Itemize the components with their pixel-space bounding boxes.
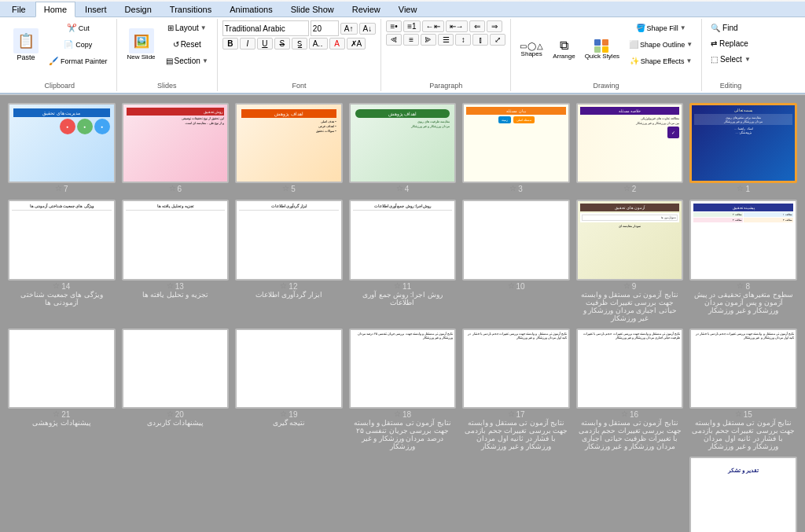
find-button[interactable]: 🔍 Find — [707, 20, 741, 35]
slide-star-19[interactable]: ☆ — [280, 409, 287, 418]
slide-item-10[interactable]: ☆ 10 — [462, 200, 570, 321]
tab-home[interactable]: Home — [35, 2, 75, 17]
slide-star-14[interactable]: ☆ — [53, 281, 60, 290]
tab-file[interactable]: File — [3, 2, 35, 17]
tab-design[interactable]: Design — [116, 2, 160, 17]
replace-button[interactable]: ⇄ Replace — [707, 36, 752, 51]
slide-item-5[interactable]: اهداف پژوهش • هدف اصلی• اهداف فرعی• سوال… — [235, 103, 343, 193]
slide-meta-5: ☆ 5 — [282, 183, 296, 193]
tab-review[interactable]: Review — [344, 2, 389, 17]
shape-fill-button[interactable]: 🪣 Shape Fill ▼ — [625, 20, 697, 35]
slide-item-21[interactable]: ☆ 21 پیشنهادات پژوهشی — [8, 328, 116, 450]
shape-outline-button[interactable]: ⬜ Shape Outline ▼ — [625, 37, 697, 52]
increase-font-button[interactable]: A↑ — [340, 23, 358, 35]
shape-effects-button[interactable]: ✨ Shape Effects ▼ — [625, 53, 697, 68]
slide-item-18[interactable]: نتایج آزمون تی مستقل و وابسته جهت بررسی … — [349, 328, 457, 450]
section-button[interactable]: ▤Section▼ — [162, 53, 212, 68]
slide-star-5[interactable]: ☆ — [282, 184, 289, 193]
slide-star-12[interactable]: ☆ — [280, 281, 287, 290]
cut-button[interactable]: ✂️Cut — [45, 20, 112, 35]
slide-item-22[interactable]: تقدیر و تشکر ☆ 22 تقدیر و تشکر — [689, 457, 797, 532]
slide-item-16[interactable]: نتایج آزمون تی مستقل و وابسته جهت بررسی … — [576, 328, 684, 450]
slide-item-17[interactable]: نتایج آزمون تی مستقل و وابسته جهت بررسی … — [462, 328, 570, 450]
tab-slideshow[interactable]: Slide Show — [282, 2, 343, 17]
slide-star-8[interactable]: ☆ — [737, 281, 744, 290]
bullet-list-button[interactable]: ≡• — [386, 20, 402, 32]
slide-item-19[interactable]: ☆ 19 نتیجه گیری — [235, 328, 343, 450]
slide-item-1[interactable]: بسمه تعالی مقایسه برخی متغیرهای ریویمردا… — [689, 103, 797, 193]
slide-star-1[interactable]: ☆ — [737, 184, 744, 193]
slide-star-18[interactable]: ☆ — [394, 409, 401, 418]
tab-insert[interactable]: Insert — [76, 2, 116, 17]
new-slide-button[interactable]: 🖼️ New Slide — [122, 24, 161, 64]
align-right-button[interactable]: ⫸ — [421, 34, 436, 46]
char-spacing-button[interactable]: A‥ — [309, 38, 328, 50]
slide-star-20[interactable]: ☆ — [167, 409, 174, 418]
slide-item-4[interactable]: اهداف پژوهش مقایسه ظرفیت های ریویمردان و… — [349, 103, 457, 193]
slide-item-3[interactable]: بیان مسئله مسئله اصلی زمینه ☆ 3 — [462, 103, 570, 193]
strikethrough-button[interactable]: S — [274, 38, 290, 50]
slide-star-7[interactable]: ☆ — [55, 184, 62, 193]
slide-item-7[interactable]: مدیریت های تحقیق ● ● ● ☆ 7 — [8, 103, 116, 193]
font-name-input[interactable] — [222, 20, 309, 36]
slide-star-11[interactable]: ☆ — [394, 281, 401, 290]
slide-star-6[interactable]: ☆ — [169, 184, 176, 193]
slide-star-2[interactable]: ☆ — [623, 184, 630, 193]
line-spacing-button[interactable]: ↕ — [455, 34, 471, 46]
slide-item-8[interactable]: پیشینه تحقیق مطالعه ۱ مطالعه ۲ مطالعه ۳ … — [689, 200, 797, 321]
arrange-button[interactable]: ⧉ Arrange — [549, 35, 579, 63]
slide-star-3[interactable]: ☆ — [509, 184, 516, 193]
align-center-button[interactable]: ≡ — [403, 34, 419, 46]
slide-item-14[interactable]: ویژگی های جمعیت شناختی آزمودنی ها ☆ 14 و… — [8, 200, 116, 321]
slide-star-21[interactable]: ☆ — [53, 409, 60, 418]
copy-button[interactable]: 📄Copy — [45, 37, 112, 52]
increase-indent-button[interactable]: ⇤→ — [446, 20, 468, 32]
slide-star-10[interactable]: ☆ — [508, 281, 515, 290]
font-size-input[interactable] — [311, 20, 339, 36]
slide-thumb-8: پیشینه تحقیق مطالعه ۱ مطالعه ۲ مطالعه ۳ … — [689, 200, 797, 280]
reset-button[interactable]: ↺Reset — [162, 37, 212, 52]
slide-star-17[interactable]: ☆ — [508, 409, 515, 418]
italic-button[interactable]: I — [240, 38, 255, 50]
slide-item-6[interactable]: روش تحقیق این تحقیق از نوع تحقیقات توصیف… — [122, 103, 230, 193]
columns-button[interactable]: ⫿ — [472, 34, 488, 46]
shapes-button[interactable]: ▭ ◯ △ Shapes — [516, 39, 547, 61]
tab-transitions[interactable]: Transitions — [161, 2, 220, 17]
format-painter-button[interactable]: 🖌️Format Painter — [45, 53, 112, 68]
slide-star-4[interactable]: ☆ — [396, 184, 403, 193]
slides-panel[interactable]: مدیریت های تحقیق ● ● ● ☆ 7 — [0, 95, 805, 532]
slide-item-11[interactable]: روش اجرا: روش جمع آوری اطلاعات ☆ 11 روش … — [349, 200, 457, 321]
slide-star-9[interactable]: ☆ — [623, 281, 630, 290]
slide-item-9[interactable]: آزمون های تحقیق جدول آزمون ها نمودار مقا… — [576, 200, 684, 321]
slide-star-13[interactable]: ☆ — [167, 281, 174, 290]
font-color-button[interactable]: A — [329, 38, 345, 50]
quick-styles-button[interactable]: Quick Styles — [581, 36, 623, 63]
decrease-indent-button[interactable]: ←⇤ — [422, 20, 444, 32]
slide-star-15[interactable]: ☆ — [735, 409, 742, 418]
text-direction-button[interactable]: ⤢ — [490, 34, 505, 46]
ltr-button[interactable]: ⇒ — [487, 20, 502, 32]
align-left-button[interactable]: ⫷ — [386, 34, 402, 46]
slides-group-content: 🖼️ New Slide ⊞Layout▼ ↺Reset ▤Section▼ — [122, 20, 212, 79]
paste-button[interactable]: 📋 Paste — [8, 24, 44, 65]
underline-button[interactable]: U — [257, 38, 273, 50]
slide-item-15[interactable]: نتایج آزمون تی مستقل و وابسته جهت بررسی … — [689, 328, 797, 450]
numbered-list-button[interactable]: ≡1 — [403, 20, 420, 32]
format-painter-icon: 🖌️ — [49, 57, 58, 65]
tab-view[interactable]: View — [390, 2, 426, 17]
clear-format-button[interactable]: ✗A — [347, 38, 366, 50]
slide-item-2[interactable]: خلاصه مسئله مطالعه تفاوت های فیزیولوژیکی… — [576, 103, 684, 193]
drawing-group: ▭ ◯ △ Shapes ⧉ Arrange — [511, 19, 702, 91]
decrease-font-button[interactable]: A↓ — [359, 23, 377, 35]
slide-star-16[interactable]: ☆ — [621, 409, 628, 418]
slide-item-13[interactable]: تجزیه و تحلیل یافته ها ☆ 13 تجزیه و تحلی… — [122, 200, 230, 321]
slide-item-20[interactable]: ☆ 20 پیشنهادات کاربردی — [122, 328, 230, 450]
shadow-button[interactable]: S̲ — [292, 38, 307, 50]
select-button[interactable]: ⬚ Select ▼ — [707, 52, 755, 67]
slide-item-12[interactable]: ابزار گردآوری اطلاعات ☆ 12 ابزار گردآوری… — [235, 200, 343, 321]
tab-animations[interactable]: Animations — [221, 2, 281, 17]
bold-button[interactable]: B — [222, 38, 238, 50]
justify-button[interactable]: ☰ — [438, 34, 454, 46]
layout-button[interactable]: ⊞Layout▼ — [162, 20, 212, 35]
rtl-button[interactable]: ⇐ — [469, 20, 485, 32]
